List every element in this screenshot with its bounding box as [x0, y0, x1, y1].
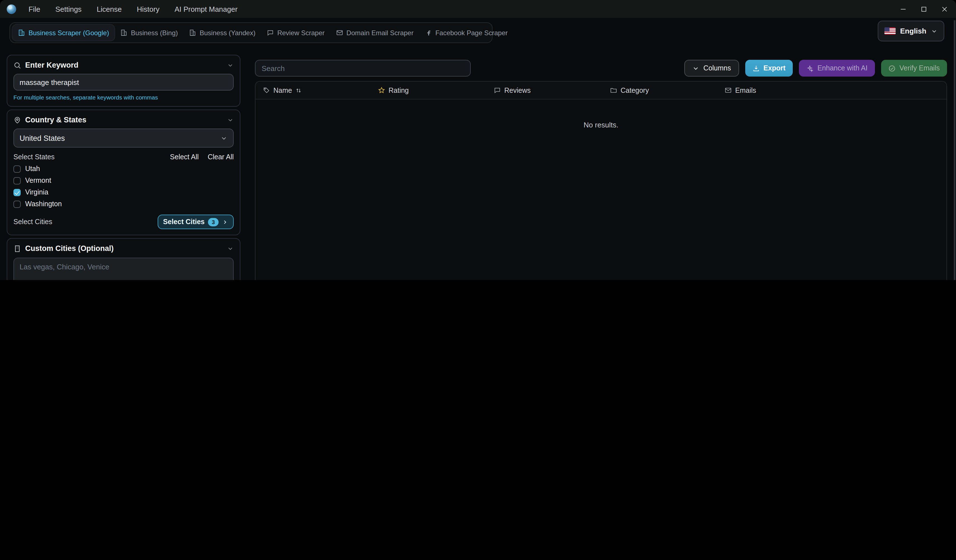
- select-states-row: Select States Select All Clear All: [13, 153, 234, 161]
- checkbox-vermont[interactable]: [13, 177, 21, 184]
- vertical-scrollbar[interactable]: [954, 20, 956, 280]
- window-controls: [899, 0, 948, 18]
- tab-label: Business (Yandex): [200, 29, 255, 37]
- search-input[interactable]: [255, 60, 471, 77]
- state-row-virginia[interactable]: Virginia: [13, 188, 234, 196]
- select-cities-button[interactable]: Select Cities 3: [157, 215, 234, 229]
- app-window: File Settings License History AI Prompt …: [0, 0, 956, 280]
- download-icon: [752, 64, 759, 72]
- select-states-label: Select States: [13, 153, 161, 161]
- search-row: Columns Export Enhance with AI Verify Em…: [255, 60, 947, 77]
- tab-business-scraper-google[interactable]: Business Scraper (Google): [12, 25, 115, 41]
- column-header-name[interactable]: Name: [263, 86, 378, 94]
- tab-facebook-page-scraper[interactable]: Facebook Page Scraper: [419, 25, 513, 41]
- mail-icon: [725, 86, 732, 94]
- close-icon[interactable]: [941, 5, 948, 13]
- column-label: Category: [621, 86, 649, 94]
- facebook-icon: [425, 29, 432, 36]
- checkbox-virginia-checked[interactable]: [13, 188, 21, 196]
- state-label: Virginia: [25, 188, 48, 196]
- column-header-category[interactable]: Category: [610, 86, 725, 94]
- clear-all-button[interactable]: Clear All: [208, 153, 234, 161]
- state-row-vermont[interactable]: Vermont: [13, 177, 234, 184]
- tab-domain-email-scraper[interactable]: Domain Email Scraper: [330, 25, 419, 41]
- country-panel-header[interactable]: Country & States: [13, 116, 234, 124]
- chat-icon: [267, 29, 274, 36]
- menu-history[interactable]: History: [137, 5, 160, 13]
- menu-license[interactable]: License: [97, 5, 122, 13]
- buildings-icon: [18, 29, 25, 36]
- columns-button-label: Columns: [703, 64, 731, 72]
- column-header-rating[interactable]: Rating: [378, 86, 494, 94]
- enhance-with-ai-button[interactable]: Enhance with AI: [799, 60, 875, 77]
- menu-ai-prompt-manager[interactable]: AI Prompt Manager: [175, 5, 237, 13]
- language-selector[interactable]: English: [878, 21, 944, 41]
- tab-business-yandex[interactable]: Business (Yandex): [183, 25, 261, 41]
- building-icon: [13, 245, 21, 253]
- table-header: Name Rating Reviews Category Emai: [255, 82, 947, 99]
- checkbox-utah[interactable]: [13, 165, 21, 173]
- state-row-washington[interactable]: Washington: [13, 200, 234, 208]
- sidebar: Enter Keyword For multiple searches, sep…: [7, 55, 241, 280]
- custom-cities-title: Custom Cities (Optional): [25, 244, 223, 253]
- enhance-button-label: Enhance with AI: [818, 64, 867, 72]
- buildings-icon: [120, 29, 127, 36]
- maximize-icon[interactable]: [920, 5, 928, 13]
- results-table: Name Rating Reviews Category Emai: [255, 81, 947, 280]
- verify-button-label: Verify Emails: [899, 64, 940, 72]
- chevron-down-icon: [931, 28, 937, 35]
- verify-emails-button[interactable]: Verify Emails: [881, 60, 947, 77]
- custom-cities-header[interactable]: Custom Cities (Optional): [13, 244, 234, 253]
- checkbox-washington[interactable]: [13, 200, 21, 208]
- chevron-down-icon[interactable]: [227, 62, 234, 69]
- language-label: English: [900, 27, 926, 35]
- custom-cities-textarea[interactable]: [13, 258, 234, 280]
- tab-label: Business Scraper (Google): [28, 29, 109, 37]
- buildings-icon: [189, 29, 196, 36]
- minimize-icon[interactable]: [899, 5, 907, 13]
- select-cities-button-label: Select Cities: [163, 218, 204, 226]
- custom-cities-panel: Custom Cities (Optional) Enter each city…: [7, 238, 241, 280]
- keyword-input[interactable]: [13, 74, 234, 91]
- scraper-tabbar: Business Scraper (Google) Business (Bing…: [9, 22, 492, 43]
- tab-review-scraper[interactable]: Review Scraper: [261, 25, 330, 41]
- column-label: Emails: [735, 86, 756, 94]
- column-label: Name: [274, 86, 292, 94]
- custom-cities-textarea-wrap: [13, 253, 234, 280]
- export-button[interactable]: Export: [745, 60, 793, 77]
- sparkles-icon: [806, 64, 813, 72]
- export-button-label: Export: [763, 64, 786, 72]
- state-row-utah[interactable]: Utah: [13, 165, 234, 173]
- country-panel-title: Country & States: [25, 116, 223, 124]
- menu-file[interactable]: File: [28, 5, 40, 13]
- column-header-emails[interactable]: Emails: [725, 86, 947, 94]
- state-label: Utah: [25, 165, 40, 173]
- column-header-reviews[interactable]: Reviews: [494, 86, 610, 94]
- chevron-down-icon[interactable]: [227, 245, 234, 252]
- column-label: Rating: [388, 86, 409, 94]
- mail-icon: [336, 29, 343, 36]
- country-states-panel: Country & States United States Select St…: [7, 110, 241, 235]
- country-select[interactable]: United States: [13, 129, 234, 147]
- keyword-panel-header[interactable]: Enter Keyword: [13, 61, 234, 69]
- tab-business-bing[interactable]: Business (Bing): [115, 25, 183, 41]
- tag-icon: [263, 86, 270, 94]
- us-flag-icon: [884, 27, 896, 35]
- table-toolbar: Columns Export Enhance with AI Verify Em…: [684, 60, 947, 77]
- select-all-button[interactable]: Select All: [170, 153, 199, 161]
- chevron-down-icon[interactable]: [227, 116, 234, 123]
- tab-label: Review Scraper: [277, 29, 324, 37]
- tab-label: Facebook Page Scraper: [435, 29, 508, 37]
- column-label: Reviews: [504, 86, 531, 94]
- keyword-hint: For multiple searches, separate keywords…: [13, 94, 234, 100]
- keyword-panel-title: Enter Keyword: [25, 61, 223, 69]
- search-icon: [13, 61, 21, 69]
- chevron-down-icon: [220, 135, 228, 142]
- main-content: Columns Export Enhance with AI Verify Em…: [255, 60, 947, 280]
- sort-icon: [296, 87, 302, 94]
- app-logo-globe-icon: [7, 4, 16, 14]
- select-cities-row: Select Cities Select Cities 3: [13, 215, 234, 229]
- columns-button[interactable]: Columns: [684, 60, 739, 77]
- menu-settings[interactable]: Settings: [55, 5, 82, 13]
- keyword-panel: Enter Keyword For multiple searches, sep…: [7, 55, 241, 107]
